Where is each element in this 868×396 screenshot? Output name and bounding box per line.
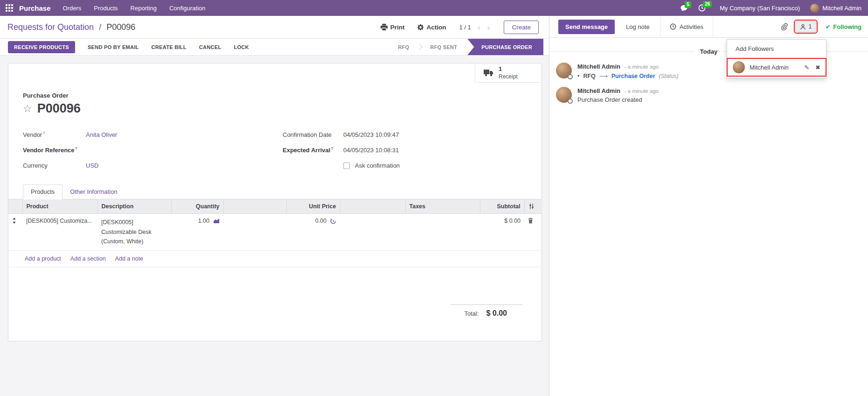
currency-value[interactable]: USD (86, 162, 98, 169)
print-button[interactable]: Print (381, 24, 405, 31)
tracking-new-value[interactable]: Purchase Order (611, 73, 655, 79)
tracking-field-name: (Status) (659, 73, 679, 79)
field-currency: Currency USD (23, 158, 283, 173)
app-name[interactable]: Purchase (19, 4, 51, 12)
price-history-icon[interactable] (330, 218, 336, 224)
messages-button[interactable]: 5 (680, 5, 688, 12)
create-button[interactable]: Create (504, 21, 539, 34)
product-column-header[interactable]: Product (22, 199, 97, 214)
title-row: ☆ P00096 (23, 101, 523, 116)
bullet-icon: • (577, 73, 579, 79)
form-view-background: 1 Receipt Purchase Order ☆ P00096 (0, 56, 549, 396)
message-avatar[interactable] (556, 63, 572, 78)
presence-indicator-icon (568, 99, 573, 104)
activities-tab[interactable]: Activities (660, 16, 713, 37)
notebook-tabs: Products Other Information (8, 184, 542, 199)
truck-icon (484, 70, 494, 77)
cancel-button[interactable]: CANCEL (199, 44, 222, 50)
followers-dropdown: Add Followers Mitchell Admin ✎ ✖ (727, 39, 826, 78)
confirmation-date-value: 04/05/2023 10:09:47 (343, 131, 399, 138)
edit-follower-icon[interactable]: ✎ (804, 64, 809, 71)
message-author[interactable]: Mitchell Admin (577, 63, 620, 70)
favorite-star-icon[interactable]: ☆ (23, 104, 32, 114)
ask-confirmation-checkbox[interactable] (343, 163, 350, 169)
tab-products[interactable]: Products (23, 184, 62, 199)
add-section-link[interactable]: Add a section (70, 255, 106, 262)
fields-left: Vendor? Anita Oliver Vendor Reference? C… (23, 127, 283, 173)
paperclip-icon (780, 23, 788, 30)
drag-handle-icon (12, 218, 16, 224)
total-label: Total: (464, 310, 479, 317)
create-bill-button[interactable]: CREATE BILL (152, 44, 187, 50)
message-time: - a minute ago (625, 88, 659, 94)
forecast-chart-icon[interactable] (213, 218, 220, 224)
add-note-link[interactable]: Add a note (115, 255, 143, 262)
stage-purchase-order[interactable]: PURCHASE ORDER (467, 39, 543, 55)
action-button[interactable]: Action (417, 24, 446, 31)
stage-rfq-sent[interactable]: RFQ SENT (423, 44, 465, 50)
nav-menu-products[interactable]: Products (94, 5, 118, 12)
trash-icon[interactable] (528, 218, 533, 224)
vendor-value[interactable]: Anita Oliver (86, 131, 117, 138)
order-line-row[interactable]: [DESK0005] Customiza... [DESK0005] Custo… (8, 214, 542, 251)
cell-subtotal: $ 0.00 (480, 214, 524, 251)
attach-files-button[interactable] (780, 23, 788, 30)
receipt-smart-button[interactable]: 1 Receipt (475, 64, 542, 83)
user-menu[interactable]: Mitchell Admin (810, 4, 861, 13)
gear-icon (417, 24, 424, 31)
add-product-link[interactable]: Add a product (25, 255, 61, 262)
taxes-column-header[interactable]: Taxes (405, 199, 480, 214)
tab-other-information[interactable]: Other Information (62, 185, 125, 199)
cell-quantity[interactable]: 1.00 (171, 214, 223, 251)
company-switcher[interactable]: My Company (San Francisco) (720, 5, 800, 12)
page-body: Requests for Quotation / P00096 Print Ac… (0, 16, 868, 396)
remove-follower-icon[interactable]: ✖ (815, 64, 820, 71)
cell-unit-price[interactable]: 0.00 (286, 214, 340, 251)
pager-previous-icon[interactable]: ‹ (478, 23, 480, 32)
lock-button[interactable]: LOCK (234, 44, 249, 50)
follower-row[interactable]: Mitchell Admin ✎ ✖ (727, 58, 826, 76)
log-note-button[interactable]: Log note (626, 23, 650, 30)
presence-indicator-icon (568, 74, 573, 79)
cell-taxes[interactable] (405, 214, 480, 251)
description-column-header[interactable]: Description (97, 199, 171, 214)
activities-badge: 26 (703, 1, 712, 7)
nav-menu-configuration[interactable]: Configuration (169, 5, 205, 12)
unit-price-column-header[interactable]: Unit Price (286, 199, 340, 214)
apps-grid-icon[interactable] (6, 4, 13, 12)
quantity-column-header[interactable]: Quantity (171, 199, 223, 214)
sheet-body: Purchase Order ☆ P00096 Vendor? Anita Ol… (8, 83, 542, 341)
pager-next-icon[interactable]: › (487, 23, 490, 32)
send-po-by-email-button[interactable]: SEND PO BY EMAIL (88, 44, 139, 50)
help-icon: ? (331, 146, 333, 151)
cell-delete[interactable] (524, 214, 542, 251)
followers-button[interactable]: 1 (795, 21, 816, 32)
receive-products-button[interactable]: RECEIVE PRODUCTS (8, 41, 75, 53)
arrow-right-icon: ⟶ (599, 72, 608, 79)
optional-columns-header[interactable] (524, 199, 542, 214)
cell-description[interactable]: [DESK0005] Customizable Desk (Custom, Wh… (97, 214, 171, 251)
following-button[interactable]: ✔ Following (825, 23, 861, 30)
message-avatar[interactable] (556, 87, 572, 103)
message-author[interactable]: Mitchell Admin (577, 87, 620, 94)
cell-product[interactable]: [DESK0005] Customiza... (22, 214, 97, 251)
drag-handle[interactable] (8, 214, 22, 251)
nav-menu-orders[interactable]: Orders (63, 5, 82, 12)
receipt-count: 1 (499, 65, 518, 73)
handle-column-header (8, 199, 22, 214)
add-followers-item[interactable]: Add Followers (727, 42, 826, 57)
tracking-value: • RFQ ⟶ Purchase Order (Status) (577, 72, 679, 79)
follower-name[interactable]: Mitchell Admin (750, 64, 798, 71)
breadcrumb-separator: / (99, 22, 101, 32)
stage-rfq[interactable]: RFQ (390, 44, 417, 50)
activities-button[interactable]: 26 (698, 4, 706, 12)
breadcrumb-parent[interactable]: Requests for Quotation (7, 22, 94, 32)
message: Mitchell Admin - a minute ago Purchase O… (549, 81, 868, 105)
add-line-row: Add a product Add a section Add a note (8, 251, 542, 267)
subtotal-column-header[interactable]: Subtotal (480, 199, 524, 214)
nav-menu-reporting[interactable]: Reporting (131, 5, 157, 12)
fields-right: Confirmation Date 04/05/2023 10:09:47 Ex… (283, 127, 523, 173)
currency-label: Currency (23, 162, 86, 169)
expected-arrival-value[interactable]: 04/05/2023 10:08:31 (343, 147, 399, 154)
send-message-button[interactable]: Send message (558, 20, 615, 34)
